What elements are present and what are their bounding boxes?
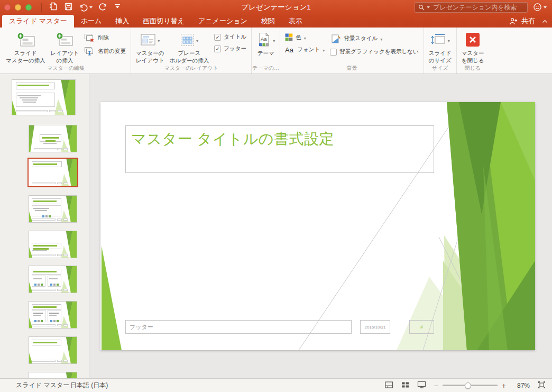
collapse-ribbon-icon[interactable] [542, 20, 548, 23]
themes-button[interactable]: Aa テーマ [256, 31, 275, 57]
zoom-slider[interactable] [443, 385, 498, 386]
slide-thumbnail-6-two-content[interactable] [29, 266, 77, 293]
slide-thumbnail-1-master[interactable] [12, 79, 76, 115]
title-checkbox[interactable] [214, 34, 221, 41]
group-label-master-layout: マスターのレイアウト [131, 65, 251, 72]
save-button[interactable] [64, 2, 73, 13]
tab-home[interactable]: ホーム [74, 15, 109, 28]
zoom-slider-knob[interactable] [465, 382, 471, 389]
slide-size-dropdown-caret[interactable] [448, 35, 450, 44]
slide-title-placeholder[interactable]: マスター タイトルの書式設定 [125, 125, 434, 173]
slide-thumbnail-9-blank[interactable] [29, 372, 77, 378]
slide-number-placeholder[interactable]: # [409, 320, 434, 334]
tab-view[interactable]: 表示 [282, 15, 309, 28]
tab-slide-master[interactable]: スライド マスター [2, 15, 74, 28]
zoom-window-button[interactable] [25, 4, 32, 11]
themes-dropdown-caret[interactable] [273, 35, 275, 44]
slide-date-placeholder[interactable]: 2016/10/31 [360, 320, 390, 334]
slide-thumbnail-8-title-only[interactable] [29, 336, 77, 364]
slide-sorter-icon [401, 381, 409, 388]
slide-editing-canvas: マスター タイトルの書式設定 フッター 2016/10/31 # [89, 74, 552, 378]
titlebar-separator [41, 3, 42, 12]
footer-checkbox-label: フッター [224, 45, 246, 52]
colors-dropdown-caret[interactable] [304, 34, 306, 41]
thumbnail-preview [29, 196, 77, 222]
colors-icon [285, 33, 293, 41]
hide-background-graphics-label: 背景グラフィックを表示しない [339, 48, 418, 56]
footer-checkbox[interactable] [214, 45, 221, 52]
group-label-edit-master: マスターの編集 [1, 65, 131, 72]
fit-to-window-icon [538, 381, 546, 389]
slide-thumbnail-2-title-layout[interactable] [29, 125, 77, 152]
slide-thumbnail-3-title-only-selected[interactable] [27, 158, 78, 187]
feedback-dropdown-caret[interactable] [544, 6, 547, 8]
fonts-icon: Aa [285, 45, 295, 53]
svg-text:Aa: Aa [261, 36, 267, 42]
zoom-percentage[interactable]: 87% [514, 382, 530, 389]
insert-placeholder-button[interactable]: プレースホルダーの挿入 [170, 31, 209, 64]
slide-thumbnail-7-comparison[interactable] [29, 301, 77, 329]
slideshow-icon [417, 381, 426, 388]
ribbon-group-background: 色 Aa フォント 背景ス [280, 28, 424, 74]
insert-slide-master-icon [16, 32, 35, 48]
slide-thumbnail-4-title-content[interactable] [29, 195, 77, 223]
share-button[interactable]: 共有 [521, 16, 535, 26]
colors-button[interactable]: 色 [285, 33, 325, 41]
insert-placeholder-dropdown-caret[interactable] [196, 35, 198, 44]
hide-background-graphics-checkbox[interactable] [330, 49, 337, 56]
background-styles-button[interactable]: 背景スタイル [330, 33, 418, 44]
search-input[interactable] [432, 3, 524, 12]
master-layout-dropdown-caret[interactable] [158, 35, 160, 44]
slideshow-button[interactable] [417, 381, 426, 390]
status-language-button[interactable]: 日本語 (日本) [70, 379, 108, 392]
toolbar-overflow-icon [114, 3, 121, 10]
undo-icon [79, 3, 88, 12]
group-label-close: 閉じる [457, 65, 489, 72]
svg-text:Aa: Aa [285, 46, 294, 54]
slide-thumbnail-5-section-header[interactable] [29, 231, 77, 258]
slide-footer-placeholder[interactable]: フッター [125, 320, 352, 334]
search-scope-caret[interactable] [427, 6, 430, 8]
delete-icon [84, 33, 95, 42]
zoom-in-button[interactable] [502, 381, 506, 390]
minimize-window-button[interactable] [15, 4, 21, 11]
close-master-button[interactable]: マスターを閉じる [462, 31, 484, 64]
rename-button[interactable]: 名前の変更 [84, 47, 126, 56]
normal-view-icon [385, 381, 393, 388]
tab-insert[interactable]: 挿入 [108, 15, 136, 28]
close-window-button[interactable] [4, 4, 11, 11]
thumbnail-preview [29, 159, 77, 186]
fonts-dropdown-caret[interactable] [323, 47, 325, 53]
slide-size-button[interactable]: スライドのサイズ [429, 31, 452, 64]
insert-slide-master-button[interactable]: スライドマスターの挿入 [6, 31, 45, 64]
insert-layout-button[interactable]: レイアウトの挿入 [50, 31, 79, 64]
thumbnail-preview [29, 372, 77, 378]
customize-toolbar-button[interactable] [114, 3, 121, 12]
master-layout-button[interactable]: マスターのレイアウト [136, 31, 164, 64]
close-master-icon [466, 33, 480, 47]
fit-to-window-button[interactable] [538, 381, 546, 390]
zoom-out-button[interactable] [434, 381, 438, 390]
search-box[interactable] [415, 2, 528, 13]
undo-dropdown-caret[interactable] [89, 6, 93, 8]
ribbon-tab-bar: スライド マスター ホーム 挿入 画面切り替え アニメーション 校閲 表示 [0, 15, 552, 28]
fonts-button[interactable]: Aa フォント [285, 45, 325, 53]
ribbon-group-master-layout: マスターのレイアウト プレースホルダーの挿入 [131, 28, 252, 74]
delete-button[interactable]: 削除 [84, 33, 126, 42]
slide-master-editing-surface[interactable]: マスター タイトルの書式設定 フッター 2016/10/31 # [100, 102, 535, 350]
undo-button[interactable] [79, 3, 93, 12]
feedback-control[interactable] [533, 3, 547, 12]
background-styles-dropdown-caret[interactable] [380, 35, 382, 42]
new-document-button[interactable] [49, 2, 58, 13]
slide-sorter-button[interactable] [401, 381, 409, 390]
tab-review[interactable]: 校閲 [254, 15, 282, 28]
tab-animations[interactable]: アニメーション [191, 15, 254, 28]
normal-view-button[interactable] [385, 381, 393, 390]
title-bar: プレゼンテーション1 スライド マスター ホーム 挿入 画面切り替え アニメーシ… [0, 0, 552, 28]
ribbon-group-size: スライドのサイズ サイズ [424, 28, 457, 74]
tab-transitions[interactable]: 画面切り替え [136, 15, 191, 28]
redo-button[interactable] [98, 2, 108, 13]
master-layout-icon [140, 33, 156, 46]
status-view-label: スライド マスター [16, 379, 69, 392]
save-icon [64, 2, 73, 11]
